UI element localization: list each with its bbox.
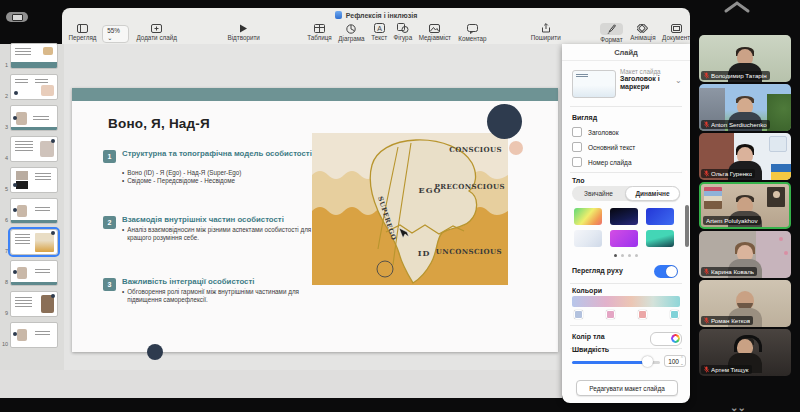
color-wheel-icon: [671, 334, 680, 343]
slide-thumbnail-5[interactable]: [10, 167, 58, 193]
mic-muted-icon: [704, 268, 709, 275]
slide-thumbnail-9[interactable]: [10, 291, 58, 317]
shape-button[interactable]: Фігура: [394, 23, 413, 41]
bg-swatch-magenta[interactable]: [610, 230, 638, 247]
text-icon: A: [374, 23, 385, 33]
display-icon: [12, 14, 23, 21]
slide-thumbnail-4[interactable]: [10, 136, 58, 162]
point-heading-3[interactable]: Важливість інтеграції особистості: [122, 277, 332, 286]
window-scrollbar[interactable]: [685, 205, 689, 247]
checkbox-row-slide-number[interactable]: Номер слайда: [572, 157, 632, 167]
slide-layout-preview[interactable]: [572, 70, 616, 98]
colors-section-label: Кольори: [572, 287, 602, 294]
segment-dynamic[interactable]: Динамічне: [625, 186, 680, 201]
gradient-bar[interactable]: [572, 296, 680, 307]
speed-slider-knob[interactable]: [642, 356, 653, 367]
point-heading-1[interactable]: Структурна та топографічна модель особис…: [122, 149, 318, 158]
participant-tile-3[interactable]: Ольга Гуренко: [699, 133, 791, 180]
layout-value: Заголовок і маркери: [620, 75, 672, 91]
slide-number: 6: [1, 217, 8, 223]
screen-share-indicator[interactable]: [6, 12, 28, 22]
mic-muted-icon: [704, 121, 709, 128]
zoom-value[interactable]: 55% ⌄: [102, 25, 129, 43]
point-bullets-2[interactable]: •Аналіз взаємовідносин між різними аспек…: [122, 226, 318, 242]
speed-stepper[interactable]: ⌃⌄: [680, 356, 684, 366]
participant-name-pill: Артем Тищук: [701, 365, 752, 374]
slide-thumbnail-2[interactable]: [10, 74, 58, 100]
mic-muted-icon: [704, 72, 709, 79]
slide-title[interactable]: Воно, Я, Над-Я: [108, 116, 210, 131]
collapse-gallery-chevron[interactable]: [722, 0, 752, 14]
iceberg-diagram[interactable]: EGO ID SUPEREGO CONSCIOUS PRECONSCIOUS U…: [312, 133, 508, 285]
checkbox-row-body[interactable]: Основний текст: [572, 142, 635, 152]
checkbox-body-text[interactable]: [572, 142, 582, 152]
gradient-stop-2[interactable]: [606, 310, 615, 319]
decor-navy-circle-top: [487, 104, 522, 139]
text-button[interactable]: A Текст: [371, 23, 387, 41]
bg-swatch-teal[interactable]: [646, 230, 674, 247]
slide-thumbnail-7-selected[interactable]: [10, 229, 58, 255]
document-button[interactable]: Документ: [662, 24, 690, 41]
format-brush-icon: [607, 24, 616, 34]
gradient-stop-4[interactable]: [670, 310, 679, 319]
point-number-1: 1: [103, 150, 116, 163]
gradient-stop-3[interactable]: [638, 310, 647, 319]
diagram-label-preconscious: PRECONSCIOUS: [435, 182, 505, 191]
background-section-label: Тло: [572, 177, 584, 184]
share-button[interactable]: Поширити: [531, 23, 561, 41]
chevron-down-icon[interactable]: ⌄: [675, 76, 682, 85]
point-bullets-1[interactable]: •Воно (ID) - Я (Ego) - Над-Я (Super-Ego)…: [122, 169, 318, 185]
participant-name-pill: Artem Polulyakhov: [703, 216, 761, 225]
segment-standard[interactable]: Звичайне: [572, 186, 625, 201]
table-button[interactable]: Таблиця: [307, 24, 332, 41]
point-number-3: 3: [103, 278, 116, 291]
bg-color-well[interactable]: [650, 332, 682, 346]
play-button[interactable]: Відтворити: [228, 24, 260, 41]
checkbox-row-title[interactable]: Заголовок: [572, 127, 619, 137]
participant-tile-7[interactable]: Артем Тищук: [699, 329, 791, 376]
bg-swatch-rainbow[interactable]: [574, 208, 602, 225]
slide-thumbnail-3[interactable]: [10, 105, 58, 131]
participant-name-pill: Карина Коваль: [701, 267, 757, 276]
slide-thumbnail-1[interactable]: [10, 43, 58, 69]
keynote-doc-icon: [335, 11, 342, 19]
slide-thumbnail-6[interactable]: [10, 198, 58, 224]
checkbox-title[interactable]: [572, 127, 582, 137]
comment-button[interactable]: Коментар: [458, 24, 486, 42]
slide-thumbnail-8[interactable]: [10, 260, 58, 286]
bg-swatch-blue[interactable]: [646, 208, 674, 225]
slide-number: 5: [1, 186, 8, 192]
view-button[interactable]: Перегляд: [69, 24, 97, 41]
add-slide-icon: [151, 24, 162, 33]
participant-tile-6[interactable]: Роман Кетков: [699, 280, 791, 327]
bg-swatch-pearl[interactable]: [574, 230, 602, 247]
motion-toggle[interactable]: [654, 265, 678, 278]
edit-layout-button[interactable]: Редагувати макет слайда: [576, 380, 678, 396]
point-bullets-3[interactable]: •Обговорення ролі гармонії між внутрішні…: [122, 288, 318, 304]
slide-layout-selector[interactable]: Макет слайда Заголовок і маркери: [620, 68, 672, 91]
current-slide[interactable]: Воно, Я, Над-Я 1 Структурна та топографі…: [72, 88, 558, 352]
media-button[interactable]: Медіавміст: [419, 24, 451, 41]
participant-tile-2[interactable]: Anton Serdiuchenko: [699, 84, 791, 131]
toolbar: Перегляд 55% ⌄ Масштаб Додати слайд Відт…: [62, 22, 690, 44]
slide-number: 10: [1, 341, 8, 347]
add-slide-button[interactable]: Додати слайд: [137, 24, 177, 41]
animate-button[interactable]: Анімація: [630, 24, 655, 41]
bg-color-label: Колір тла: [572, 333, 605, 340]
participant-tile-1[interactable]: Володимир Татарін: [699, 35, 791, 82]
participant-name-pill: Ольга Гуренко: [701, 169, 755, 178]
participant-tile-4-active-speaker[interactable]: Artem Polulyakhov: [699, 182, 791, 229]
format-button[interactable]: Формат: [600, 23, 623, 43]
slide-thumbnail-10[interactable]: [10, 322, 58, 348]
chart-button[interactable]: Діаграма: [338, 24, 364, 42]
checkbox-slide-number[interactable]: [572, 157, 582, 167]
diagram-label-conscious: CONSCIOUS: [449, 145, 502, 154]
chart-icon: [346, 24, 356, 34]
swatch-page-dots[interactable]: [562, 254, 690, 257]
media-icon: [429, 24, 440, 33]
bg-swatch-dark[interactable]: [610, 208, 638, 225]
gradient-stop-1[interactable]: [574, 310, 583, 319]
motion-label: Перегляд руху: [572, 267, 623, 274]
point-heading-2[interactable]: Взаємодія внутрішніх частин особистості: [122, 215, 332, 224]
participant-tile-5[interactable]: Карина Коваль: [699, 231, 791, 278]
